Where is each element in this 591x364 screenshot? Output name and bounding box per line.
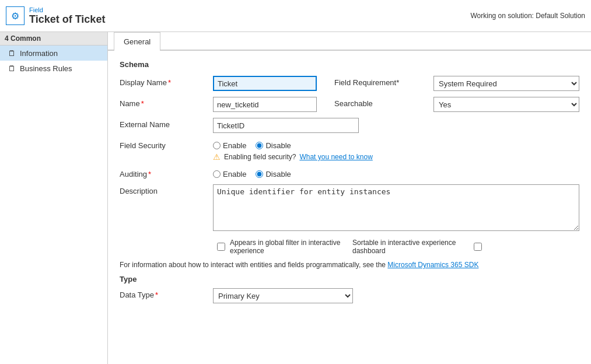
external-name-label: External Name [120, 118, 213, 129]
sortable-container: Sortable in interactive experience dashb… [347, 239, 579, 255]
gear-icon: ⚙ [6, 6, 25, 25]
information-icon: 🗒 [7, 48, 16, 58]
title-block: Field Ticket of Ticket [29, 6, 105, 26]
type-section-title: Type [120, 275, 579, 284]
content-area: General Schema Display Name* Field Requi… [108, 32, 591, 364]
field-security-enable-radio[interactable] [213, 142, 221, 149]
field-security-row: Field Security Enable Disable ⚠ [120, 139, 579, 162]
auditing-enable-option[interactable]: Enable [213, 170, 246, 178]
sidebar-item-information[interactable]: 🗒 Information [0, 46, 107, 61]
field-requirement-control: System Required Business Required Busine… [433, 76, 579, 91]
name-label: Name* [120, 97, 213, 108]
name-control [213, 97, 317, 112]
business-rules-icon: 🗒 [7, 64, 16, 73]
top-bar: ⚙ Field Ticket of Ticket Working on solu… [0, 0, 591, 32]
data-type-select[interactable]: Primary Key [213, 288, 353, 303]
description-control: Unique identifier for entity instances [213, 184, 579, 233]
data-type-control: Primary Key [213, 288, 359, 303]
field-security-enable-option[interactable]: Enable [213, 141, 246, 150]
description-row: Description Unique identifier for entity… [120, 184, 579, 233]
schema-section-title: Schema [120, 60, 579, 69]
external-name-control [213, 118, 359, 133]
info-row: For information about how to interact wi… [120, 261, 579, 269]
name-input[interactable] [213, 97, 317, 112]
field-requirement-label-container: Field Requirement* [317, 76, 433, 87]
sidebar-item-business-rules[interactable]: 🗒 Business Rules [0, 61, 107, 76]
external-name-input[interactable] [213, 118, 359, 133]
auditing-radio-group: Enable Disable [213, 167, 579, 178]
searchable-label-container: Searchable [317, 97, 433, 108]
data-type-label: Data Type* [120, 288, 213, 299]
tab-general[interactable]: General [114, 32, 160, 51]
field-security-control: Enable Disable ⚠ Enabling field security… [213, 139, 579, 162]
description-label: Description [120, 184, 213, 195]
field-label: Field [29, 6, 105, 13]
auditing-row: Auditing* Enable Disable [120, 167, 579, 178]
name-row: Name* Searchable Yes No [120, 97, 579, 112]
auditing-enable-radio[interactable] [213, 170, 221, 178]
field-security-radio-group: Enable Disable [213, 139, 579, 150]
top-bar-left: ⚙ Field Ticket of Ticket [6, 6, 105, 26]
sortable-checkbox[interactable] [474, 243, 482, 251]
main-layout: 4 Common 🗒 Information 🗒 Business Rules … [0, 32, 591, 364]
sidebar-item-business-rules-label: Business Rules [20, 64, 72, 73]
appears-sortable-row: Appears in global filter in interactive … [120, 239, 579, 255]
searchable-select[interactable]: Yes No [433, 97, 579, 112]
display-name-row: Display Name* Field Requirement* System … [120, 76, 579, 91]
appears-checkbox[interactable] [217, 243, 225, 251]
field-security-link[interactable]: What you need to know [299, 153, 372, 161]
auditing-label: Auditing* [120, 167, 213, 178]
auditing-disable-radio[interactable] [256, 170, 263, 178]
field-requirement-select[interactable]: System Required Business Required Busine… [433, 76, 579, 91]
sidebar-section-header: 4 Common [0, 32, 107, 46]
description-textarea[interactable]: Unique identifier for entity instances [213, 184, 579, 231]
external-name-row: External Name [120, 118, 579, 133]
auditing-control: Enable Disable [213, 167, 579, 178]
searchable-control: Yes No [433, 97, 579, 112]
appears-container: Appears in global filter in interactive … [120, 239, 347, 255]
field-security-disable-radio[interactable] [256, 142, 263, 149]
sidebar-item-information-label: Information [20, 49, 58, 58]
display-name-label: Display Name* [120, 76, 213, 87]
appears-label: Appears in global filter in interactive … [230, 239, 347, 255]
field-security-warning: ⚠ Enabling field security? What you need… [213, 152, 579, 162]
warning-icon: ⚠ [213, 152, 221, 162]
sdk-link[interactable]: Microsoft Dynamics 365 SDK [387, 261, 478, 269]
tab-bar: General [108, 32, 591, 51]
field-security-label: Field Security [120, 139, 213, 150]
data-type-row: Data Type* Primary Key [120, 288, 579, 303]
form-body: Schema Display Name* Field Requirement* … [108, 51, 591, 318]
page-title: Ticket of Ticket [29, 13, 105, 26]
sortable-label: Sortable in interactive experience dashb… [352, 239, 469, 255]
field-security-disable-option[interactable]: Disable [256, 141, 291, 150]
sidebar: 4 Common 🗒 Information 🗒 Business Rules [0, 32, 108, 364]
auditing-disable-option[interactable]: Disable [256, 170, 291, 178]
display-name-control [213, 76, 317, 91]
working-on-label: Working on solution: Default Solution [470, 12, 585, 20]
display-name-input[interactable] [213, 76, 317, 91]
